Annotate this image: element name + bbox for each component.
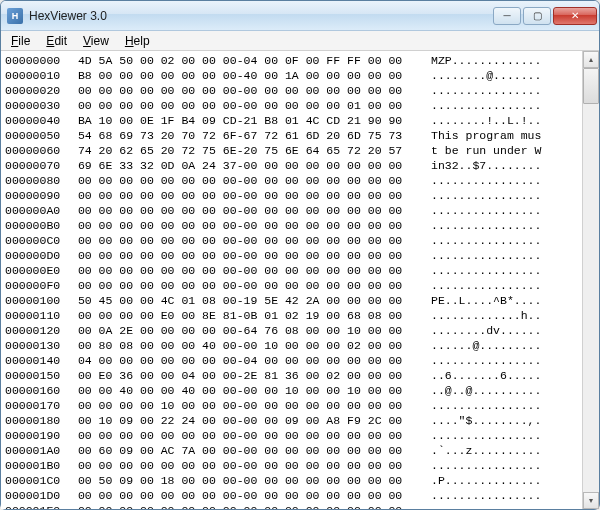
hex-row[interactable]: 00000070 69 6E 33 32 0D 0A 24 37-00 00 0… <box>5 158 582 173</box>
menubar: File Edit View Help <box>1 31 599 51</box>
ascii-cell: This program mus <box>423 128 582 143</box>
offset-cell: 00000140 <box>5 353 71 368</box>
bytes-cell: 50 45 00 00 4C 01 08 00-19 5E 42 2A 00 0… <box>71 293 423 308</box>
ascii-cell: ................ <box>423 233 582 248</box>
bytes-cell: B8 00 00 00 00 00 00 00-40 00 1A 00 00 0… <box>71 68 423 83</box>
bytes-cell: 00 00 00 00 00 00 00 00-00 00 00 00 00 0… <box>71 263 423 278</box>
offset-cell: 000001E0 <box>5 503 71 509</box>
offset-cell: 000001B0 <box>5 458 71 473</box>
ascii-cell: ................ <box>423 203 582 218</box>
close-button[interactable]: ✕ <box>553 7 597 25</box>
offset-cell: 00000180 <box>5 413 71 428</box>
offset-cell: 00000040 <box>5 113 71 128</box>
offset-cell: 000000E0 <box>5 263 71 278</box>
hex-row[interactable]: 00000090 00 00 00 00 00 00 00 00-00 00 0… <box>5 188 582 203</box>
hex-row[interactable]: 00000040 BA 10 00 0E 1F B4 09 CD-21 B8 0… <box>5 113 582 128</box>
content-area: 00000000 4D 5A 50 00 02 00 00 00-04 00 0… <box>1 51 599 509</box>
ascii-cell: ................ <box>423 458 582 473</box>
ascii-cell: ................ <box>423 218 582 233</box>
bytes-cell: 74 20 62 65 20 72 75 6E-20 75 6E 64 65 7… <box>71 143 423 158</box>
offset-cell: 00000000 <box>5 53 71 68</box>
titlebar[interactable]: H HexViewer 3.0 ─ ▢ ✕ <box>1 1 599 31</box>
hex-dump[interactable]: 00000000 4D 5A 50 00 02 00 00 00-04 00 0… <box>1 51 582 509</box>
offset-cell: 00000030 <box>5 98 71 113</box>
hex-row[interactable]: 00000150 00 E0 36 00 00 04 00 00-2E 81 3… <box>5 368 582 383</box>
ascii-cell: MZP............. <box>423 53 582 68</box>
bytes-cell: 00 00 00 00 00 00 00 00-00 00 00 00 00 0… <box>71 278 423 293</box>
hex-row[interactable]: 00000170 00 00 00 00 10 00 00 00-00 00 0… <box>5 398 582 413</box>
ascii-cell: ................ <box>423 278 582 293</box>
ascii-cell: ..6.......6..... <box>423 368 582 383</box>
offset-cell: 00000190 <box>5 428 71 443</box>
hex-row[interactable]: 000001E0 00 00 00 00 00 00 00 00-00 00 0… <box>5 503 582 509</box>
hex-row[interactable]: 000001B0 00 00 00 00 00 00 00 00-00 00 0… <box>5 458 582 473</box>
ascii-cell: ................ <box>423 188 582 203</box>
bytes-cell: 00 00 00 00 00 00 00 00-00 00 00 00 00 0… <box>71 98 423 113</box>
ascii-cell: ........dv...... <box>423 323 582 338</box>
hex-row[interactable]: 00000130 00 80 08 00 00 00 40 00-00 10 0… <box>5 338 582 353</box>
hex-row[interactable]: 00000140 04 00 00 00 00 00 00 00-04 00 0… <box>5 353 582 368</box>
hex-row[interactable]: 00000050 54 68 69 73 20 70 72 6F-67 72 6… <box>5 128 582 143</box>
offset-cell: 00000100 <box>5 293 71 308</box>
hex-row[interactable]: 00000100 50 45 00 00 4C 01 08 00-19 5E 4… <box>5 293 582 308</box>
minimize-button[interactable]: ─ <box>493 7 521 25</box>
hex-row[interactable]: 000001C0 00 50 09 00 18 00 00 00-00 00 0… <box>5 473 582 488</box>
ascii-cell: .P.............. <box>423 473 582 488</box>
vertical-scrollbar[interactable]: ▴ ▾ <box>582 51 599 509</box>
hex-row[interactable]: 000000B0 00 00 00 00 00 00 00 00-00 00 0… <box>5 218 582 233</box>
ascii-cell: ..@..@.......... <box>423 383 582 398</box>
hex-row[interactable]: 00000110 00 00 00 00 E0 00 8E 81-0B 01 0… <box>5 308 582 323</box>
hex-row[interactable]: 00000190 00 00 00 00 00 00 00 00-00 00 0… <box>5 428 582 443</box>
hex-row[interactable]: 000000A0 00 00 00 00 00 00 00 00-00 00 0… <box>5 203 582 218</box>
ascii-cell: ................ <box>423 488 582 503</box>
offset-cell: 00000070 <box>5 158 71 173</box>
ascii-cell: .............h.. <box>423 308 582 323</box>
offset-cell: 00000120 <box>5 323 71 338</box>
offset-cell: 000001D0 <box>5 488 71 503</box>
hex-row[interactable]: 00000030 00 00 00 00 00 00 00 00-00 00 0… <box>5 98 582 113</box>
hex-row[interactable]: 000000F0 00 00 00 00 00 00 00 00-00 00 0… <box>5 278 582 293</box>
bytes-cell: 00 00 00 00 00 00 00 00-00 00 00 00 00 0… <box>71 248 423 263</box>
ascii-cell: ................ <box>423 98 582 113</box>
hex-row[interactable]: 000000E0 00 00 00 00 00 00 00 00-00 00 0… <box>5 263 582 278</box>
offset-cell: 00000050 <box>5 128 71 143</box>
offset-cell: 000001A0 <box>5 443 71 458</box>
offset-cell: 00000110 <box>5 308 71 323</box>
window-controls: ─ ▢ ✕ <box>491 7 597 25</box>
ascii-cell: ................ <box>423 83 582 98</box>
hex-row[interactable]: 00000080 00 00 00 00 00 00 00 00-00 00 0… <box>5 173 582 188</box>
hex-row[interactable]: 000001A0 00 60 09 00 AC 7A 00 00-00 00 0… <box>5 443 582 458</box>
hex-row[interactable]: 00000160 00 00 40 00 00 40 00 00-00 00 1… <box>5 383 582 398</box>
hex-row[interactable]: 00000120 00 0A 2E 00 00 00 00 00-64 76 0… <box>5 323 582 338</box>
hex-row[interactable]: 00000020 00 00 00 00 00 00 00 00-00 00 0… <box>5 83 582 98</box>
hex-row[interactable]: 00000010 B8 00 00 00 00 00 00 00-40 00 1… <box>5 68 582 83</box>
offset-cell: 00000160 <box>5 383 71 398</box>
bytes-cell: 00 00 00 00 00 00 00 00-00 00 00 00 00 0… <box>71 488 423 503</box>
ascii-cell: ......@......... <box>423 338 582 353</box>
scroll-thumb[interactable] <box>583 68 599 104</box>
offset-cell: 000000F0 <box>5 278 71 293</box>
hex-row[interactable]: 000000D0 00 00 00 00 00 00 00 00-00 00 0… <box>5 248 582 263</box>
hex-row[interactable]: 00000060 74 20 62 65 20 72 75 6E-20 75 6… <box>5 143 582 158</box>
menu-view[interactable]: View <box>75 32 117 50</box>
bytes-cell: BA 10 00 0E 1F B4 09 CD-21 B8 01 4C CD 2… <box>71 113 423 128</box>
ascii-cell: ................ <box>423 173 582 188</box>
menu-help[interactable]: Help <box>117 32 158 50</box>
scroll-track[interactable] <box>583 68 599 492</box>
hex-row[interactable]: 00000180 00 10 09 00 22 24 00 00-00 00 0… <box>5 413 582 428</box>
scroll-up-button[interactable]: ▴ <box>583 51 599 68</box>
bytes-cell: 00 00 00 00 00 00 00 00-00 00 00 00 00 0… <box>71 188 423 203</box>
scroll-down-button[interactable]: ▾ <box>583 492 599 509</box>
menu-edit[interactable]: Edit <box>38 32 75 50</box>
menu-file[interactable]: File <box>3 32 38 50</box>
bytes-cell: 00 00 00 00 00 00 00 00-00 00 00 00 00 0… <box>71 83 423 98</box>
hex-row[interactable]: 00000000 4D 5A 50 00 02 00 00 00-04 00 0… <box>5 53 582 68</box>
hex-row[interactable]: 000001D0 00 00 00 00 00 00 00 00-00 00 0… <box>5 488 582 503</box>
offset-cell: 000001C0 <box>5 473 71 488</box>
maximize-button[interactable]: ▢ <box>523 7 551 25</box>
ascii-cell: ................ <box>423 353 582 368</box>
hex-row[interactable]: 000000C0 00 00 00 00 00 00 00 00-00 00 0… <box>5 233 582 248</box>
offset-cell: 00000090 <box>5 188 71 203</box>
bytes-cell: 00 00 00 00 00 00 00 00-00 00 00 00 00 0… <box>71 428 423 443</box>
bytes-cell: 00 E0 36 00 00 04 00 00-2E 81 36 00 02 0… <box>71 368 423 383</box>
